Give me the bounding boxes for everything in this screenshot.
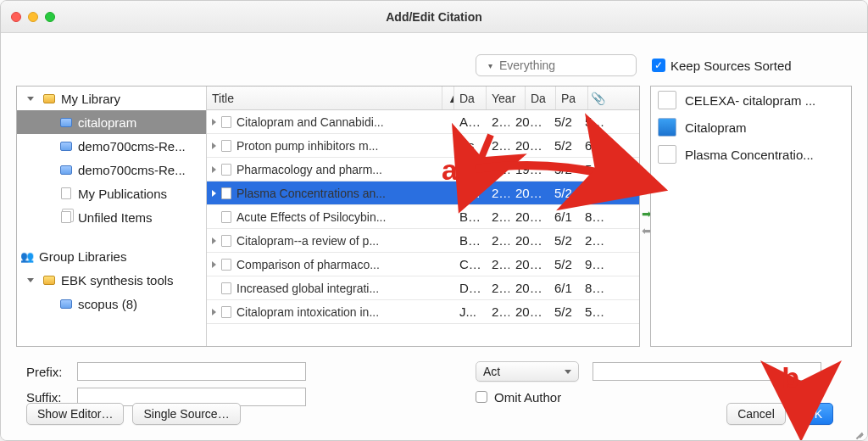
table-row[interactable]: Plasma Concentrations an...Bau2...20215/…	[207, 181, 639, 205]
source-icon	[658, 118, 676, 137]
cell-creator: Daw	[454, 281, 487, 295]
cell-year-short: 2...	[487, 114, 510, 129]
tree-label: demo700cms-Re...	[78, 139, 186, 154]
search-field[interactable]: ▾	[476, 54, 637, 76]
chevron-down-icon	[565, 370, 571, 374]
bottom-bar: Show Editor… Single Source… Cancel OK	[26, 403, 842, 425]
table-row[interactable]: Citalopram intoxication in...J...2...202…	[207, 300, 639, 324]
source-item[interactable]: CELEXA- citalopram ...	[651, 87, 851, 114]
cell-page: 241	[580, 233, 612, 248]
cell-page: 5-1	[580, 162, 612, 176]
ok-button[interactable]: OK	[794, 403, 833, 425]
tree-item[interactable]: EBK synthesis tools	[17, 268, 206, 292]
table-header[interactable]: Title ▲ Da Year Da Pa 📎	[207, 87, 639, 110]
cell-creator: J...	[454, 304, 487, 319]
cell-year-short: 2...	[487, 304, 510, 319]
source-item[interactable]: Plasma Concentratio...	[651, 141, 851, 168]
tree-icon	[59, 298, 73, 310]
table-row[interactable]: Proton pump inhibitors m...As2...20225/2…	[207, 134, 639, 158]
checkbox-checked-icon[interactable]: ✓	[652, 59, 665, 72]
source-icon	[658, 91, 676, 109]
col-page[interactable]: Pa	[556, 87, 588, 109]
chevron-down-icon[interactable]: ▾	[488, 61, 492, 70]
cell-year-short: 2...	[487, 281, 510, 295]
selected-sources[interactable]: CELEXA- citalopram ...CitalopramPlasma C…	[650, 86, 852, 347]
citation-dialog: Add/Edit Citation ▾ ✓ Keep Sources Sorte…	[0, 0, 868, 441]
table-row[interactable]: Pharmacology and pharm...Ba2...19965/25-…	[207, 158, 639, 181]
cell-creator: Bez	[454, 233, 487, 248]
cell-date: 5/2	[549, 162, 580, 176]
col-attachment[interactable]: 📎	[588, 87, 612, 109]
tree-icon	[42, 274, 56, 286]
table-body[interactable]: Citalopram and Cannabidi...And2...20215/…	[207, 110, 639, 346]
source-item[interactable]: Citalopram	[651, 114, 851, 141]
doc-icon	[221, 259, 231, 271]
prefix-input[interactable]	[77, 362, 306, 381]
locator-input[interactable]	[593, 362, 821, 381]
disclosure-icon[interactable]	[212, 142, 216, 149]
cell-creator: And	[454, 114, 487, 129]
cell-page: 525	[580, 114, 612, 129]
tree-item[interactable]: demo700cms-Re...	[17, 158, 206, 181]
doc-icon	[221, 187, 231, 199]
tree-item[interactable]: My Library	[17, 87, 206, 110]
single-source-button[interactable]: Single Source…	[132, 403, 240, 425]
col-sort-icon[interactable]: ▲	[442, 87, 454, 109]
library-panes: My Librarycitalopramdemo700cms-Re...demo…	[16, 86, 640, 347]
tree-item[interactable]: citalopram	[17, 110, 206, 134]
keep-sources-sorted[interactable]: ✓ Keep Sources Sorted	[652, 59, 792, 73]
omit-author[interactable]: Omit Author	[476, 390, 561, 405]
tree-item[interactable]: scopus (8)	[17, 292, 206, 315]
library-tree[interactable]: My Librarycitalopramdemo700cms-Re...demo…	[17, 87, 207, 346]
col-year[interactable]: Year	[487, 87, 526, 109]
col-title[interactable]: Title	[207, 87, 442, 109]
cell-year-short: 2...	[487, 138, 510, 153]
table-row[interactable]: Acute Effects of Psilocybin...Becl2...20…	[207, 205, 639, 229]
locator-value: Act	[483, 365, 500, 378]
resize-handle[interactable]	[852, 425, 864, 437]
col-date[interactable]: Da	[526, 87, 556, 109]
cell-page: 436	[580, 186, 612, 200]
doc-icon	[221, 306, 231, 318]
prefix-label: Prefix:	[26, 365, 69, 379]
item-title: Proton pump inhibitors m...	[236, 139, 378, 153]
titlebar: Add/Edit Citation	[1, 1, 867, 33]
disclosure-icon[interactable]	[212, 190, 216, 197]
col-creator-short[interactable]: Da	[454, 87, 487, 109]
search-input[interactable]	[498, 58, 649, 73]
tree-icon	[42, 92, 56, 104]
cell-year-short: 2...	[487, 162, 510, 176]
doc-icon	[221, 164, 231, 176]
disclosure-icon[interactable]	[212, 166, 216, 173]
tree-item[interactable]: Unfiled Items	[17, 205, 206, 229]
tree-label: Unfiled Items	[78, 210, 153, 225]
disclosure-icon[interactable]	[212, 237, 216, 244]
tree-icon	[59, 164, 73, 176]
tree-label: My Publications	[78, 187, 167, 201]
tree-item[interactable]: My Publications	[17, 181, 206, 205]
items-table[interactable]: Title ▲ Da Year Da Pa 📎 Citalopram and C…	[207, 87, 639, 346]
tree-item[interactable]: demo700cms-Re...	[17, 134, 206, 158]
show-editor-button[interactable]: Show Editor…	[26, 403, 124, 425]
disclosure-icon[interactable]	[212, 309, 216, 315]
item-title: Increased global integrati...	[236, 282, 379, 295]
locator-select[interactable]: Act	[476, 361, 579, 382]
disclosure-icon[interactable]	[212, 119, 216, 126]
doc-icon	[221, 282, 231, 294]
cell-page: 552	[580, 304, 612, 319]
table-row[interactable]: Comparison of pharmaco...Che2...20095/29…	[207, 253, 639, 276]
cell-page: 670	[580, 138, 612, 153]
table-row[interactable]: Citalopram--a review of p...Bez2...20005…	[207, 229, 639, 253]
cell-year-short: 2...	[487, 186, 510, 200]
cell-date: 5/2	[549, 138, 580, 153]
tree-item[interactable]: 👥Group Libraries	[17, 244, 206, 268]
doc-icon	[221, 116, 231, 128]
table-row[interactable]: Citalopram and Cannabidi...And2...20215/…	[207, 110, 639, 134]
disclosure-icon[interactable]	[212, 261, 216, 268]
cell-date: 6/1	[549, 281, 580, 295]
table-row[interactable]: Increased global integrati...Daw2...2022…	[207, 276, 639, 300]
checkbox-unchecked-icon[interactable]	[476, 391, 487, 403]
cancel-button[interactable]: Cancel	[726, 403, 786, 425]
tree-icon	[59, 187, 73, 199]
cell-year: 1996	[510, 162, 549, 176]
